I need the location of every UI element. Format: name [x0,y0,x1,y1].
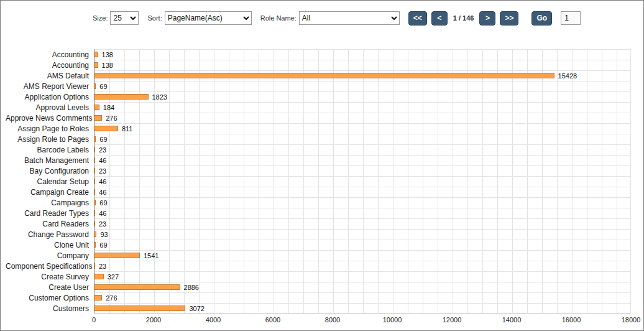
sort-label: Sort: [147,14,162,22]
bar [94,168,95,174]
category-label: Approve News Comments [6,114,94,123]
chart-row: AMS Default15428 [6,70,636,81]
chart-row: Campaign Create46 [6,187,636,197]
next-page-button[interactable]: > [479,11,495,26]
x-tick-label: 14000 [502,316,522,324]
x-tick-label: 16000 [562,316,581,324]
category-label: Card Reader Types [6,209,94,218]
category-label: Calendar Setup [6,177,94,186]
sort-select[interactable]: PageName(Asc) [165,11,252,25]
chart-row: Application Options1823 [6,91,636,102]
category-label: Application Options [6,93,94,101]
chart-row: Customer Options276 [6,292,636,303]
chart-row: Assign Page to Roles811 [6,123,636,134]
chart-row: Card Reader Types46 [6,208,636,218]
bar-area: 276 [94,292,631,303]
bar [94,115,102,121]
bar-area: 23 [94,218,631,229]
bar-value-label: 1541 [144,252,159,259]
bar-area: 69 [94,197,631,208]
bar-area: 1541 [94,250,631,261]
category-label: Customer Options [6,294,94,302]
bar-area: 46 [94,187,631,197]
bar-value-label: 15428 [558,72,577,80]
bar-area: 46 [94,155,631,166]
bar [94,179,95,184]
first-page-button[interactable]: << [408,11,427,26]
bar-value-label: 93 [100,231,108,238]
bar [94,284,180,290]
category-label: Customers [6,304,94,313]
bar-chart: Accounting138Accounting138AMS Default154… [6,49,636,327]
bar-value-label: 69 [99,83,107,90]
role-name-select[interactable]: All [299,11,400,25]
bar [94,52,98,57]
chart-row: Barcode Labels23 [6,144,636,155]
category-label: Change Password [6,230,94,239]
bar-area: 1823 [94,91,631,102]
bar-area: 69 [94,81,631,91]
bar-value-label: 1823 [152,93,167,101]
category-label: AMS Report Viewer [6,82,94,91]
chart-row: Component Specifications23 [6,261,636,271]
bar-area: 276 [94,113,631,123]
bar-value-label: 69 [99,241,107,249]
bar [94,305,185,311]
chart-row: Card Readers23 [6,218,636,229]
chart-row: AMS Report Viewer69 [6,81,636,91]
bar-area: 138 [94,60,631,70]
bar-value-label: 138 [102,51,113,58]
x-tick-label: 6000 [265,316,280,324]
bar-area: 46 [94,208,631,218]
category-label: AMS Default [6,72,94,80]
bar-value-label: 23 [99,220,106,228]
chart-row: Create User2886 [6,282,636,292]
chart-row: Change Password93 [6,229,636,240]
chart-row: Campaigns69 [6,197,636,208]
bar [94,210,95,216]
bar [94,147,95,152]
x-axis: 0200040006000800010000120001400016000180… [94,316,631,327]
bar [94,94,149,100]
category-label: Approval Levels [6,103,94,112]
chart-row: Batch Management46 [6,155,636,166]
x-tick-label: 4000 [206,316,221,324]
bar [94,126,118,131]
chart-row: Bay Configuration23 [6,166,636,176]
bar-area: 23 [94,166,631,176]
category-label: Bay Configuration [6,167,94,175]
x-tick-label: 2000 [146,316,161,324]
bar [94,263,95,269]
bar-area: 69 [94,134,631,144]
bar-value-label: 276 [106,114,117,122]
bar-value-label: 69 [99,199,107,207]
chart-row: Accounting138 [6,60,636,70]
category-label: Assign Role to Pages [6,135,94,144]
page-number-input[interactable] [561,11,581,25]
size-select[interactable]: 25 [110,11,139,25]
size-label: Size: [93,14,108,22]
bar [94,62,98,68]
bar-value-label: 3072 [189,305,204,312]
category-label: Campaign Create [6,188,94,197]
category-label: Company [6,251,94,260]
bar-value-label: 23 [99,167,106,175]
category-label: Card Readers [6,220,94,228]
chart-row: Company1541 [6,250,636,261]
bar [94,157,95,163]
go-button[interactable]: Go [531,11,552,26]
category-label: Barcode Labels [6,146,94,154]
bar [94,73,554,78]
bar-value-label: 138 [102,62,113,69]
bar-value-label: 46 [99,210,106,217]
category-label: Component Specifications [6,262,94,271]
category-label: Clone Unit [6,241,94,249]
bar-value-label: 69 [99,136,107,143]
chart-row: Assign Role to Pages69 [6,134,636,144]
bar-value-label: 46 [99,178,106,185]
x-tick-label: 18000 [622,316,641,324]
bar-area: 23 [94,261,631,271]
prev-page-button[interactable]: < [431,11,448,26]
last-page-button[interactable]: >> [500,11,518,26]
chart-row: Customers3072 [6,303,636,314]
